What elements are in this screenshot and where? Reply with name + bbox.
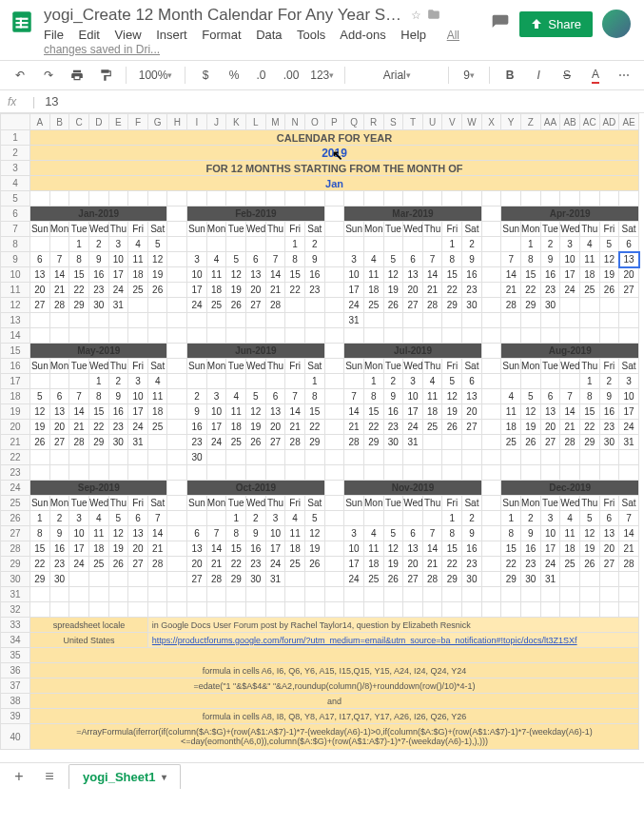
cell[interactable]: 31 (108, 298, 128, 313)
cell[interactable]: FOR 12 MONTHS STARTING FROM THE MONTH OF (30, 161, 639, 176)
cell[interactable] (167, 298, 187, 313)
cell[interactable]: 11 (285, 526, 305, 541)
cell[interactable]: 7 (501, 252, 521, 267)
cell[interactable]: Fri (128, 222, 148, 237)
cell[interactable]: and (30, 694, 639, 709)
cell[interactable]: 29 (88, 435, 108, 450)
cell[interactable] (324, 435, 344, 450)
cell[interactable] (246, 602, 266, 618)
menu-insert[interactable]: Insert (156, 28, 187, 42)
cell[interactable] (108, 587, 128, 602)
cell[interactable]: 28 (69, 435, 89, 450)
cell[interactable]: 22 (69, 283, 89, 298)
cell[interactable]: 16 (187, 420, 207, 435)
cell[interactable] (599, 191, 619, 206)
paint-icon[interactable] (93, 65, 118, 86)
cell[interactable] (324, 252, 344, 267)
cell[interactable]: Fri (442, 359, 462, 374)
cell[interactable] (147, 298, 167, 313)
cell[interactable]: 30 (383, 435, 403, 450)
row-header[interactable]: 6 (1, 206, 30, 222)
cell[interactable] (187, 237, 207, 252)
cell[interactable]: Wed (246, 222, 266, 237)
cell[interactable]: 2 (521, 511, 541, 526)
cell[interactable]: Sat (147, 222, 167, 237)
cell[interactable]: Tue (226, 222, 246, 237)
cell[interactable]: Sun (344, 496, 364, 511)
cell[interactable] (246, 374, 266, 389)
cell[interactable]: 6 (403, 526, 423, 541)
cell[interactable]: 8 (285, 252, 305, 267)
cell[interactable] (442, 587, 462, 602)
cell[interactable]: 27 (246, 298, 266, 313)
cell[interactable]: 12 (579, 526, 599, 541)
cell[interactable] (285, 602, 305, 618)
cell[interactable] (265, 237, 285, 252)
cell[interactable] (462, 602, 482, 618)
cell[interactable] (226, 602, 246, 618)
cell[interactable] (304, 191, 324, 206)
cell[interactable] (344, 465, 364, 481)
cell[interactable] (128, 572, 148, 587)
cell[interactable]: 10 (344, 541, 364, 557)
cell[interactable] (422, 602, 442, 618)
cell[interactable] (560, 465, 580, 481)
cell[interactable] (403, 450, 423, 465)
cell[interactable]: 19 (147, 267, 167, 283)
cell[interactable]: Mon (521, 222, 541, 237)
cell[interactable]: Fri (285, 496, 305, 511)
cell[interactable]: 9 (304, 252, 324, 267)
cell[interactable] (481, 420, 501, 435)
cell[interactable] (521, 191, 541, 206)
cell[interactable] (501, 328, 521, 344)
cell[interactable] (324, 237, 344, 252)
cell[interactable] (108, 328, 128, 344)
cell[interactable]: 22 (88, 420, 108, 435)
cell[interactable]: 5 (147, 237, 167, 252)
cell[interactable] (285, 298, 305, 313)
cell[interactable] (462, 191, 482, 206)
cell[interactable]: 10 (69, 526, 89, 541)
cell[interactable]: 2 (540, 237, 560, 252)
cell[interactable]: 7 (619, 511, 639, 526)
cell[interactable]: Mon (363, 222, 383, 237)
cell[interactable] (619, 572, 639, 587)
cell[interactable]: Oct-2019 (187, 481, 324, 496)
cell[interactable] (599, 298, 619, 313)
cell[interactable]: 10 (108, 252, 128, 267)
cell[interactable]: 13 (619, 252, 639, 267)
cell[interactable] (265, 602, 285, 618)
format-percent-icon[interactable]: % (222, 65, 246, 86)
cell[interactable]: 22 (30, 557, 50, 572)
cell[interactable]: 31 (403, 435, 423, 450)
cell[interactable]: Mon (49, 359, 69, 374)
cell[interactable] (167, 526, 187, 541)
cell[interactable] (108, 450, 128, 465)
more-toolbar-icon[interactable]: ⋯ (612, 65, 636, 86)
cell[interactable]: 5 (383, 526, 403, 541)
cell[interactable]: 18 (422, 404, 442, 420)
cell[interactable]: 1 (226, 511, 246, 526)
cell[interactable]: 9 (49, 526, 69, 541)
cell[interactable] (167, 237, 187, 252)
col-header[interactable]: W (462, 114, 482, 130)
cell[interactable]: 15 (442, 541, 462, 557)
cell[interactable]: 12 (521, 404, 541, 420)
col-header[interactable]: L (246, 114, 266, 130)
row-header[interactable]: 33 (1, 618, 30, 633)
row-header[interactable]: 7 (1, 222, 30, 237)
cell[interactable] (147, 435, 167, 450)
cell[interactable]: 17 (619, 404, 639, 420)
col-header[interactable]: V (442, 114, 462, 130)
cell[interactable]: 24 (206, 435, 226, 450)
cell[interactable]: 3 (619, 374, 639, 389)
cell[interactable]: 9 (383, 389, 403, 404)
cell[interactable]: Mon (49, 496, 69, 511)
cell[interactable]: 26 (246, 435, 266, 450)
cell[interactable]: Mon (521, 359, 541, 374)
cell[interactable]: 10 (265, 526, 285, 541)
col-header[interactable]: U (422, 114, 442, 130)
cell[interactable] (403, 602, 423, 618)
row-header[interactable]: 22 (1, 450, 30, 465)
cell[interactable]: 28 (422, 572, 442, 587)
